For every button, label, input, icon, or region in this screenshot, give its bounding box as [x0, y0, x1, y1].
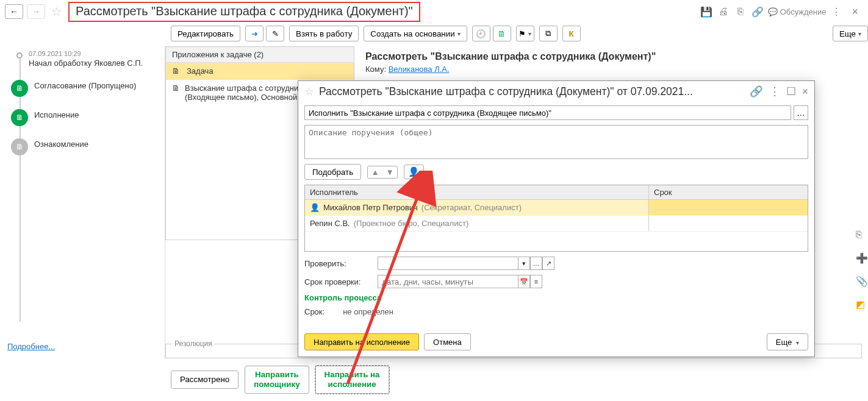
button-label: Направить: [254, 370, 299, 380]
close-button[interactable]: ×: [847, 5, 863, 18]
person-icon: 👤: [310, 203, 320, 212]
column-due: Срок: [649, 185, 808, 199]
link-icon[interactable]: 🔗: [750, 85, 763, 98]
close-icon[interactable]: ×: [802, 85, 808, 98]
take-in-work-button[interactable]: Взять в работу: [289, 26, 359, 41]
execute-field[interactable]: [304, 105, 791, 120]
attachment-row[interactable]: 🗎 Задача: [166, 63, 354, 80]
maximize-icon[interactable]: ☐: [786, 85, 796, 98]
cancel-button[interactable]: Отмена: [424, 333, 471, 350]
flag-icon[interactable]: ⚑: [516, 26, 534, 41]
move-down-icon[interactable]: ▼: [384, 168, 396, 177]
control-process-label: Контроль процесса: [304, 293, 808, 302]
history-stage: Ознакомление: [34, 140, 161, 149]
person-button[interactable]: 👤: [404, 165, 424, 179]
forward-icon[interactable]: ➜: [245, 26, 264, 41]
history-start-icon: [16, 52, 23, 59]
save-icon[interactable]: 💾: [700, 5, 713, 18]
discussion-button[interactable]: 💬 Обсуждение: [768, 7, 827, 16]
create-based-on-button[interactable]: Создать на основании: [364, 26, 467, 41]
chat-icon: 💬: [768, 7, 778, 16]
kebab-icon[interactable]: ⋮: [769, 85, 780, 98]
dropdown-icon[interactable]: ▾: [518, 257, 530, 270]
send-to-execution-button[interactable]: Направить на исполнение: [315, 366, 389, 394]
history-time: 07.09.2021 10:29: [29, 50, 161, 57]
assignee-role: (Секретариат, Специалист): [421, 203, 522, 212]
export-icon[interactable]: ⎘: [734, 5, 747, 18]
k-icon[interactable]: К: [562, 26, 581, 41]
history-panel: 07.09.2021 10:29 Начал обработку Яковлев…: [0, 46, 165, 358]
resolution-label: Резолюция: [172, 339, 215, 348]
assignee-row[interactable]: 👤 Михайлов Петр Петрович (Секретариат, С…: [305, 200, 808, 216]
edit-button[interactable]: Редактировать: [171, 26, 240, 41]
file-icon[interactable]: 🗎: [493, 26, 511, 41]
attachment-name: Задача: [187, 66, 213, 76]
doc-icon: 🗎: [172, 83, 180, 93]
paperclip-icon[interactable]: 📎: [856, 275, 867, 286]
link-icon[interactable]: 🔗: [751, 5, 764, 18]
note-icon[interactable]: ✎: [266, 26, 284, 41]
send-to-assistant-button[interactable]: Направить помощнику: [245, 366, 309, 394]
stepper-icon[interactable]: ≡: [530, 275, 542, 288]
send-for-execution-button[interactable]: Направить на исполнение: [304, 333, 419, 350]
discussion-label: Обсуждение: [780, 7, 827, 16]
clock-icon[interactable]: 🕘: [472, 26, 490, 41]
page-title: Рассмотреть "Взыскание штрафа с сотрудни…: [68, 2, 420, 22]
assignee-due[interactable]: [649, 216, 808, 231]
button-label: помощнику: [254, 380, 299, 389]
assignee-name: Михайлов Петр Петрович: [323, 203, 418, 212]
assignee-due[interactable]: [649, 200, 808, 215]
move-up-icon[interactable]: ▲: [369, 168, 381, 177]
assignment-modal: ☆ Рассмотреть "Взыскание штрафа с сотруд…: [298, 80, 815, 357]
star-icon[interactable]: ☆: [51, 4, 62, 19]
recipient-link[interactable]: Великанова Л.А.: [389, 65, 450, 74]
star-icon[interactable]: ☆: [304, 85, 314, 98]
column-assignee: Исполнитель: [305, 185, 649, 199]
done-button[interactable]: Рассмотрено: [171, 371, 239, 389]
attach-icon[interactable]: ⎘: [856, 229, 867, 240]
task-title: Рассмотреть "Взыскание штрафа с сотрудни…: [359, 46, 862, 65]
history-text: Начал обработку Яковлев С.П.: [29, 59, 161, 68]
assignee-name: Репин С.В.: [310, 219, 350, 228]
check-due-input[interactable]: [378, 275, 518, 288]
execution-node-icon: 🗎: [11, 109, 28, 126]
process-due-value: не определен: [343, 307, 393, 316]
assignee-row[interactable]: Репин С.В. (Проектное бюро, Специалист): [305, 216, 808, 232]
toolbar-more-button[interactable]: Еще: [833, 26, 868, 41]
recipient-label: Кому:: [365, 65, 386, 74]
description-textarea[interactable]: [304, 125, 808, 159]
attachments-header: Приложения к задаче (2): [166, 47, 354, 63]
add-circle-icon[interactable]: ➕: [856, 252, 867, 263]
reorder-buttons[interactable]: ▲ ▼: [367, 166, 398, 179]
assignee-role: (Проектное бюро, Специалист): [354, 219, 469, 228]
stamp-icon[interactable]: ◩: [856, 299, 867, 310]
ellipsis-button[interactable]: …: [794, 105, 808, 120]
history-stage: Исполнение: [34, 110, 161, 119]
review-node-icon: 🗎: [11, 138, 28, 155]
button-label: исполнение: [325, 380, 380, 389]
modal-title: Рассмотреть "Взыскание штрафа с сотрудни…: [319, 85, 745, 98]
tree-icon[interactable]: ⧉: [539, 26, 558, 41]
button-label: Направить на: [325, 370, 380, 380]
print-icon[interactable]: 🖨: [717, 5, 730, 18]
modal-more-button[interactable]: Еще: [767, 333, 808, 350]
check-due-label: Срок проверки:: [304, 277, 371, 286]
nav-forward-button: →: [27, 4, 45, 19]
nav-back-button[interactable]: ←: [5, 4, 23, 19]
approval-node-icon: 🗎: [11, 80, 28, 97]
kebab-icon[interactable]: ⋮: [830, 5, 843, 18]
doc-icon: 🗎: [172, 66, 182, 76]
history-stage: Согласование (Пропущено): [34, 81, 161, 90]
popup-icon[interactable]: ↗: [542, 257, 554, 270]
calendar-icon[interactable]: 📅: [518, 275, 530, 288]
checker-label: Проверить:: [304, 259, 371, 268]
ellipsis-button[interactable]: …: [530, 257, 542, 270]
checker-input[interactable]: [378, 257, 518, 270]
process-due-label: Срок:: [304, 307, 325, 316]
details-link[interactable]: Подробнее...: [7, 342, 55, 351]
select-assignee-button[interactable]: Подобрать: [304, 164, 361, 180]
